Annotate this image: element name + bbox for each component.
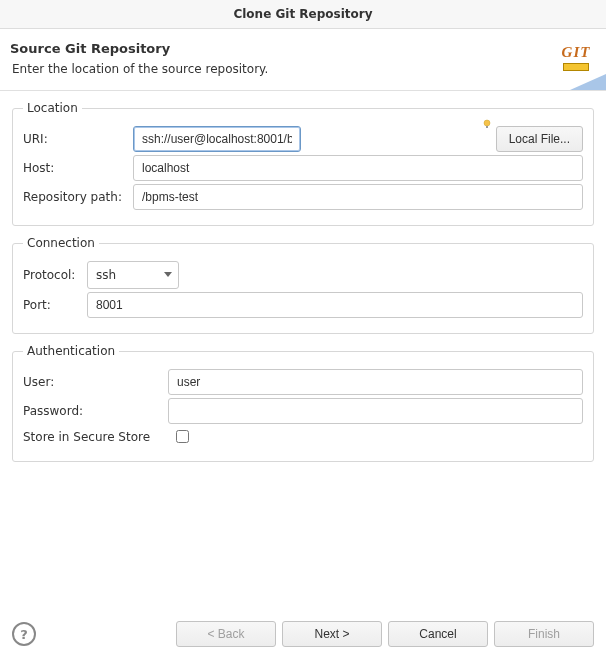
authentication-group: Authentication User: Password: Store in … — [12, 344, 594, 462]
git-logo-text: GIT — [562, 44, 591, 61]
cancel-button[interactable]: Cancel — [388, 621, 488, 647]
location-group: Location URI: Local File... Host: Reposi… — [12, 101, 594, 226]
authentication-legend: Authentication — [23, 344, 119, 358]
window-titlebar: Clone Git Repository — [0, 0, 606, 29]
user-label: User: — [23, 375, 168, 389]
wizard-body: Location URI: Local File... Host: Reposi… — [0, 91, 606, 482]
protocol-label: Protocol: — [23, 268, 87, 282]
git-logo: GIT — [554, 35, 598, 79]
store-label: Store in Secure Store — [23, 430, 168, 444]
next-button[interactable]: Next > — [282, 621, 382, 647]
uri-label: URI: — [23, 132, 133, 146]
git-logo-bar — [563, 63, 589, 71]
protocol-value: ssh — [96, 268, 116, 282]
repo-path-label: Repository path: — [23, 190, 133, 204]
store-checkbox[interactable] — [176, 430, 189, 443]
page-subtitle: Enter the location of the source reposit… — [12, 62, 592, 76]
uri-input[interactable] — [133, 126, 301, 152]
host-input[interactable] — [133, 155, 583, 181]
svg-rect-1 — [486, 126, 488, 128]
window-title: Clone Git Repository — [233, 7, 372, 21]
port-input[interactable] — [87, 292, 583, 318]
chevron-down-icon — [164, 272, 172, 278]
connection-legend: Connection — [23, 236, 99, 250]
connection-group: Connection Protocol: ssh Port: — [12, 236, 594, 334]
svg-point-0 — [484, 120, 490, 126]
repo-path-input[interactable] — [133, 184, 583, 210]
local-file-button[interactable]: Local File... — [496, 126, 583, 152]
page-title: Source Git Repository — [10, 41, 592, 56]
port-label: Port: — [23, 298, 87, 312]
password-label: Password: — [23, 404, 168, 418]
back-button[interactable]: < Back — [176, 621, 276, 647]
host-label: Host: — [23, 161, 133, 175]
location-legend: Location — [23, 101, 82, 115]
finish-button[interactable]: Finish — [494, 621, 594, 647]
header-corner-decoration — [570, 74, 606, 90]
wizard-header: Source Git Repository Enter the location… — [0, 29, 606, 91]
protocol-select[interactable]: ssh — [87, 261, 179, 289]
user-input[interactable] — [168, 369, 583, 395]
help-icon[interactable]: ? — [12, 622, 36, 646]
content-assist-icon — [482, 118, 492, 128]
password-input[interactable] — [168, 398, 583, 424]
wizard-footer: ? < Back Next > Cancel Finish — [12, 621, 594, 647]
